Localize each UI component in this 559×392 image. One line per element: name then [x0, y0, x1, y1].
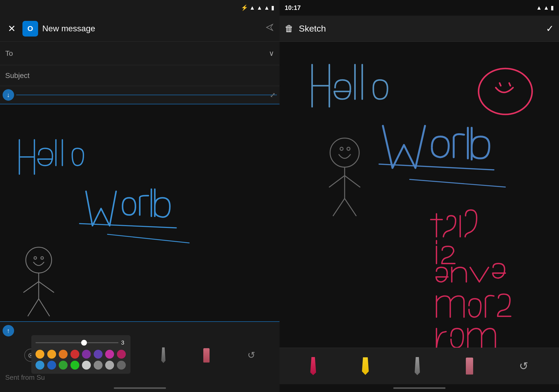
eraser-tool-button[interactable] [203, 348, 210, 363]
pencil-tool-shape [161, 347, 165, 363]
color-white[interactable] [82, 361, 91, 370]
color-orange-3[interactable] [59, 350, 68, 359]
status-icons-left: ⚡ ▲ ▲ ▲ ▮ [241, 4, 274, 11]
undo-right-button[interactable]: ↺ [519, 360, 528, 372]
toolbar-up-button[interactable]: ↑ [3, 325, 14, 336]
signal-icon-right: ▲ [543, 4, 549, 11]
color-blue-2[interactable] [47, 361, 56, 370]
left-sketch-drawing [0, 104, 280, 321]
pen-tool-right-button[interactable] [310, 357, 316, 375]
svg-line-12 [329, 176, 345, 187]
pencil-tool-button[interactable] [161, 347, 165, 363]
svg-line-5 [39, 282, 54, 292]
sketch-canvas-left[interactable] [0, 104, 280, 321]
right-sketch-svg [280, 42, 559, 348]
subject-row[interactable]: Subject [0, 65, 280, 86]
size-slider-row: 3 [35, 339, 126, 346]
color-pink-1[interactable] [105, 350, 114, 359]
svg-line-4 [24, 282, 39, 292]
svg-line-18 [509, 83, 510, 86]
color-picker-popup: 3 [31, 335, 130, 374]
svg-point-16 [479, 69, 532, 114]
status-bar-left: ⚡ ▲ ▲ ▲ ▮ [0, 0, 280, 16]
color-gray-3[interactable] [117, 361, 126, 370]
eraser-tool-shape [203, 348, 210, 363]
battery-icon-left: ▮ [271, 4, 274, 11]
pen-right-shape [310, 357, 316, 375]
wifi-icon-right: ▲ [536, 4, 542, 11]
color-orange-2[interactable] [47, 350, 56, 359]
trash-button[interactable]: 🗑 [285, 23, 294, 34]
size-slider-track[interactable] [35, 342, 118, 343]
svg-line-17 [499, 83, 501, 86]
svg-line-6 [28, 299, 39, 316]
outlook-icon: O [22, 21, 38, 37]
color-purple-2[interactable] [94, 350, 103, 359]
svg-point-9 [340, 147, 343, 150]
pencil-tool-right-button[interactable] [415, 357, 420, 375]
home-indicator-right [280, 384, 559, 392]
upper-toolbar: ↓ ⤢ [0, 86, 280, 104]
svg-line-7 [39, 299, 49, 316]
expand-icon[interactable]: ⤢ [270, 91, 276, 99]
chevron-down-icon: ∨ [269, 49, 274, 58]
svg-point-1 [34, 257, 37, 259]
signal-bars-left: ▲ [264, 4, 270, 11]
toolbar-down-button[interactable]: ↓ [3, 89, 14, 101]
home-bar-left [114, 387, 166, 389]
sent-from-text: Sent from Su [5, 373, 45, 381]
color-red[interactable] [70, 350, 79, 359]
status-bar-right: 10:17 ▲ ▲ ▮ [280, 0, 559, 16]
color-gray-1[interactable] [94, 361, 103, 370]
color-blue-1[interactable] [35, 361, 44, 370]
eraser-tool-right-button[interactable] [466, 358, 473, 375]
status-icons-right: ▲ ▲ ▮ [536, 4, 554, 11]
to-row[interactable]: To ∨ [0, 42, 280, 65]
signal-icon-left: ▲ [257, 4, 262, 11]
battery-icon-right: ▮ [551, 4, 554, 11]
left-sketch-svg [0, 104, 280, 321]
send-button[interactable] [265, 23, 274, 34]
down-arrow-icon: ↓ [7, 91, 10, 99]
right-panel: 10:17 ▲ ▲ ▮ 🗑 Sketch ✓ [280, 0, 559, 392]
check-button[interactable]: ✓ [546, 23, 554, 34]
pencil-right-shape [415, 357, 420, 375]
eraser-right-shape [466, 358, 473, 375]
close-button[interactable]: ✕ [5, 22, 18, 35]
toolbar-divider [16, 95, 277, 95]
to-label: To [5, 49, 269, 58]
header-right: 🗑 Sketch ✓ [280, 16, 559, 42]
sketch-title: Sketch [299, 23, 546, 34]
svg-line-14 [333, 198, 345, 216]
color-green-2[interactable] [70, 361, 79, 370]
svg-line-13 [345, 176, 360, 187]
subject-label: Subject [5, 71, 29, 80]
color-green-1[interactable] [59, 361, 68, 370]
svg-point-2 [41, 257, 44, 259]
svg-line-15 [345, 198, 356, 216]
marker-right-shape [362, 357, 369, 375]
sketch-canvas-right[interactable] [280, 42, 559, 348]
size-slider-thumb[interactable] [81, 340, 87, 346]
right-tools-bar: ↺ [280, 348, 559, 384]
bluetooth-icon: ⚡ [241, 4, 248, 11]
color-purple-1[interactable] [82, 350, 91, 359]
left-panel: ⚡ ▲ ▲ ▲ ▮ ✕ O New message To ∨ Subject [0, 0, 280, 392]
marker-tool-right-button[interactable] [362, 357, 369, 375]
color-pink-2[interactable] [117, 350, 126, 359]
close-icon: ✕ [8, 23, 16, 34]
undo-button[interactable]: ↺ [247, 350, 255, 361]
svg-point-0 [26, 247, 52, 273]
home-indicator-left [0, 384, 280, 392]
time-display: 10:17 [285, 4, 301, 11]
slider-value-label: 3 [121, 339, 126, 346]
header-left: ✕ O New message [0, 16, 280, 42]
compose-title: New message [42, 24, 265, 33]
wifi-icon-left: ▲ [249, 4, 255, 11]
home-bar-right [393, 387, 445, 389]
svg-point-10 [347, 147, 350, 150]
color-grid [35, 350, 126, 370]
up-arrow-icon: ↑ [7, 327, 10, 334]
color-orange-1[interactable] [35, 350, 44, 359]
color-gray-2[interactable] [105, 361, 114, 370]
